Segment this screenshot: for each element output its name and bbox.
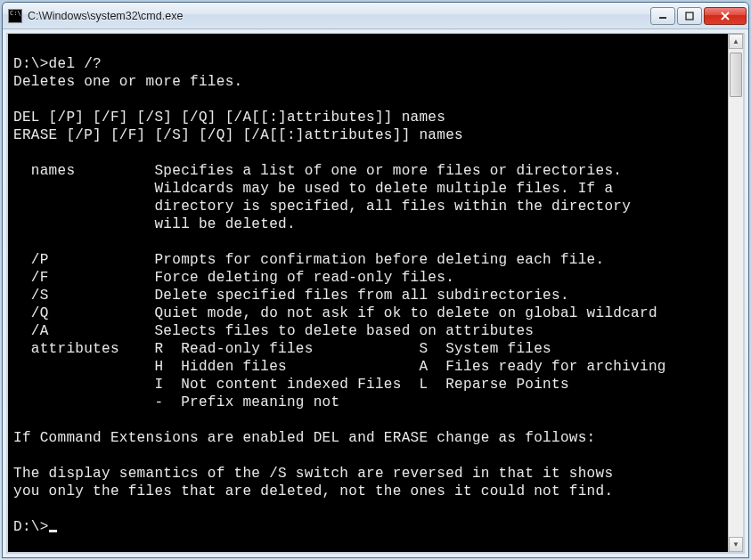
window-controls — [649, 7, 747, 25]
minimize-button[interactable] — [650, 7, 675, 25]
scroll-track[interactable] — [729, 49, 743, 537]
scroll-thumb[interactable] — [730, 53, 742, 97]
svg-rect-0 — [659, 17, 666, 19]
terminal-output[interactable]: D:\>del /? Deletes one or more files. DE… — [8, 34, 728, 552]
titlebar[interactable]: C:\Windows\system32\cmd.exe — [3, 3, 748, 29]
maximize-icon — [685, 12, 694, 20]
close-button[interactable] — [704, 7, 747, 25]
vertical-scrollbar[interactable]: ▲ ▼ — [728, 34, 743, 552]
maximize-button[interactable] — [677, 7, 702, 25]
scroll-up-button[interactable]: ▲ — [729, 34, 743, 49]
cursor — [49, 530, 57, 532]
close-icon — [720, 12, 731, 20]
window-title: C:\Windows\system32\cmd.exe — [28, 10, 643, 22]
client-area: D:\>del /? Deletes one or more files. DE… — [6, 33, 745, 554]
prompt: D:\> — [13, 519, 49, 535]
minimize-icon — [658, 12, 667, 20]
scroll-down-button[interactable]: ▼ — [729, 537, 743, 552]
svg-rect-1 — [686, 12, 693, 20]
cmd-icon — [8, 9, 22, 23]
cmd-window: C:\Windows\system32\cmd.exe D:\>del /? D… — [2, 2, 749, 558]
